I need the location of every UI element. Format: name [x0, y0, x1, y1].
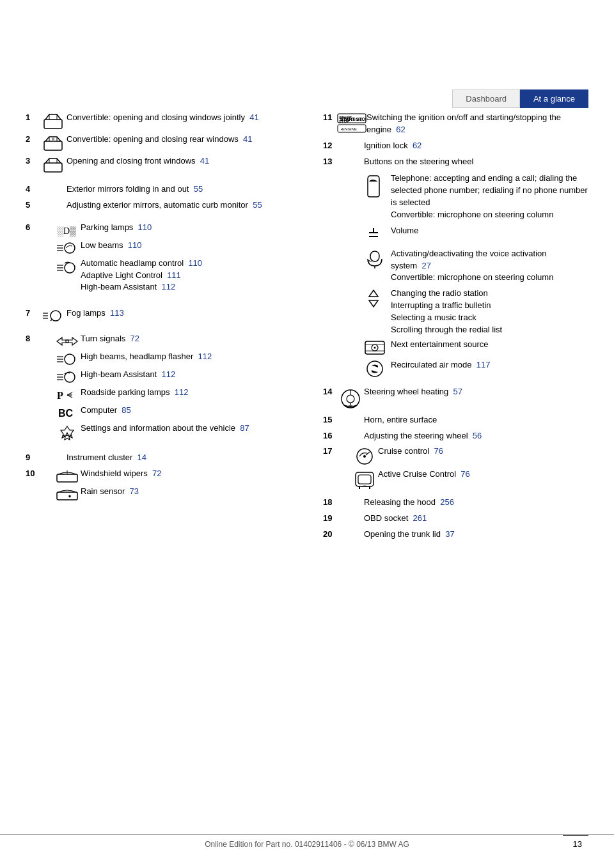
svg-point-30 — [65, 372, 75, 382]
list-item: 14 Steering wheel heating 57 — [323, 386, 588, 410]
svg-text:░D▒: ░D▒ — [57, 226, 76, 236]
radio-up-icon — [364, 288, 391, 309]
svg-marker-24 — [57, 337, 68, 345]
list-item: 15 Horn, entire surface — [323, 414, 588, 426]
list-item: Rain sensor 73 — [54, 486, 291, 501]
list-item: 5 Adjusting exterior mirrors, automatic … — [26, 199, 291, 212]
svg-rect-3 — [44, 141, 62, 150]
svg-marker-59 — [369, 300, 378, 307]
footer: Online Edition for Part no. 01402911406 … — [0, 834, 614, 849]
list-item: 11 START START START STOP START STOP ENG… — [323, 112, 588, 136]
svg-rect-6 — [52, 137, 54, 141]
convertible-rear-icon — [40, 134, 67, 151]
svg-rect-0 — [44, 120, 62, 128]
svg-line-23 — [51, 320, 52, 321]
svg-text:STOP: STOP — [339, 120, 349, 123]
convertible-open-icon — [40, 112, 67, 130]
svg-text:ENGINE: ENGINE — [351, 118, 362, 121]
list-item: Windshield wipers 72 — [54, 468, 291, 483]
left-column: 1 Convertible: opening and closing windo… — [26, 112, 297, 817]
parking-lamps-icon: ░D▒ — [54, 222, 81, 237]
list-item: Automatic headlamp control 110 Adaptive … — [54, 258, 291, 294]
roadside-icon: P — [54, 387, 81, 402]
svg-point-62 — [374, 346, 376, 348]
list-item: 1 Convertible: opening and closing windo… — [26, 112, 291, 130]
page-number-line — [563, 835, 588, 836]
svg-text:•ENGINE: •ENGINE — [341, 127, 357, 131]
list-item: Cruise control 76 — [351, 446, 588, 466]
list-item: High-beam Assistant 112 — [54, 369, 291, 384]
settings-icon — [54, 422, 81, 442]
list-item: 9 Instrument cluster 14 — [26, 452, 291, 464]
svg-text:BC: BC — [58, 408, 74, 419]
list-item: 17 Cruise control 76 — [323, 446, 588, 493]
phone-icon — [364, 173, 391, 199]
low-beams-icon — [54, 240, 81, 255]
high-beam-asst-icon — [54, 369, 81, 384]
list-item: 10 Windshield wipers 72 — [26, 468, 291, 504]
list-item: BC Computer 85 — [54, 405, 291, 420]
computer-icon: BC — [54, 405, 81, 420]
list-item: 2 Convertible: opening and closing rear … — [26, 134, 291, 151]
page-number: 13 — [573, 839, 582, 849]
svg-point-22 — [51, 311, 61, 321]
list-item: 7 Fog lamps 113 — [26, 307, 291, 323]
svg-marker-25 — [66, 337, 77, 345]
main-content: 1 Convertible: opening and closing windo… — [26, 112, 588, 817]
svg-point-65 — [367, 361, 382, 376]
list-item: ░D▒ Parking lamps 110 — [54, 222, 291, 237]
svg-point-15 — [65, 263, 75, 273]
cruise-icon — [351, 446, 378, 466]
list-item: High beams, headlamp flasher 112 — [54, 351, 291, 366]
svg-rect-43 — [57, 492, 77, 500]
list-item: Low beams 110 — [54, 240, 291, 255]
svg-rect-7 — [44, 163, 62, 172]
list-item: 18 Releasing the hood 256 — [323, 497, 588, 509]
list-item: 4 Exterior mirrors folding in and out 55 — [26, 183, 291, 196]
list-item: P Roadside parking lamps 112 — [54, 387, 291, 402]
volume-icon — [364, 225, 391, 244]
list-item: Settings and information about the vehic… — [54, 422, 291, 442]
list-item: 3 Opening and closing front windows 41 — [26, 155, 291, 173]
fog-lamps-icon — [40, 307, 67, 323]
list-item: Turn signals 72 — [54, 333, 291, 348]
recirc-icon — [364, 359, 391, 378]
no-icon — [337, 497, 364, 498]
no-icon — [40, 183, 67, 185]
svg-marker-40 — [63, 433, 71, 440]
svg-marker-58 — [369, 290, 378, 297]
high-beams-icon — [54, 351, 81, 366]
no-icon — [337, 430, 364, 431]
start-stop-icon: START START START STOP START STOP ENGINE… — [337, 112, 366, 134]
active-cruise-icon — [351, 469, 378, 490]
auto-headlamp-icon — [54, 258, 81, 277]
list-item: 16 Adjusting the steering wheel 56 — [323, 430, 588, 442]
svg-rect-41 — [57, 474, 77, 482]
footer-text: Online Edition for Part no. 01402911406 … — [205, 840, 409, 849]
top-nav: Dashboard At a glance — [452, 89, 588, 108]
voice-icon — [364, 248, 391, 270]
no-icon — [337, 529, 364, 530]
svg-point-71 — [363, 455, 366, 458]
front-windows-icon — [40, 155, 67, 173]
list-item: 8 Turn signals 72 — [26, 333, 291, 448]
svg-point-26 — [65, 354, 75, 364]
list-item: 19 OBD socket 261 — [323, 513, 588, 525]
svg-point-67 — [347, 395, 354, 403]
no-icon — [40, 199, 67, 201]
turn-signals-icon — [54, 333, 81, 348]
no-icon — [40, 452, 67, 453]
no-icon — [337, 140, 364, 141]
tab-at-a-glance[interactable]: At a glance — [520, 89, 588, 108]
right-column: 11 START START START STOP START STOP ENG… — [317, 112, 588, 817]
no-icon — [337, 414, 364, 415]
list-item: 20 Opening the trunk lid 37 — [323, 529, 588, 541]
list-item: Active Cruise Control 76 — [351, 469, 588, 490]
svg-rect-73 — [358, 475, 371, 484]
tab-dashboard[interactable]: Dashboard — [452, 89, 520, 108]
page-wrapper: Dashboard At a glance 1 — [0, 0, 614, 868]
steering-heat-icon — [337, 386, 364, 410]
list-item: 6 ░D▒ Parking lamps 110 — [26, 222, 291, 304]
list-item: 13 Buttons on the steering wheel Telepho… — [323, 156, 588, 382]
list-item: 12 Ignition lock 62 — [323, 140, 588, 152]
